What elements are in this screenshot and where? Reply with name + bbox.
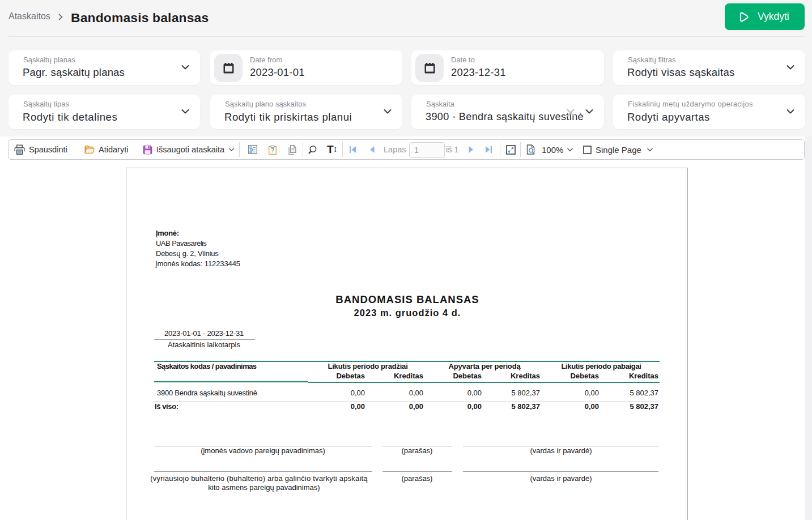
svg-text:?: ?: [271, 147, 274, 154]
